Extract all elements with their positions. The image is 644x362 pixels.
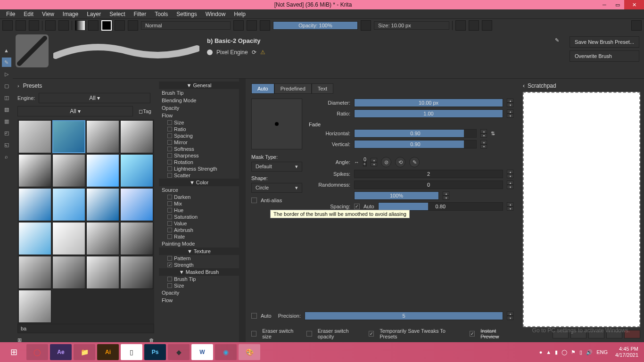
tray-opera-icon[interactable]: ◯ [561,349,567,355]
scratchpad-collapse-icon[interactable]: ‹ [523,82,525,89]
size-slider[interactable]: Size: 10.00 px [374,21,449,30]
tree-item[interactable]: Rate [159,233,239,240]
diameter-slider[interactable]: 10.00 px [354,99,503,107]
tree-item[interactable]: Flow [159,296,239,304]
preset-item[interactable] [18,120,51,153]
link-icon[interactable]: ⇅ [491,131,498,137]
taskbar-ae[interactable]: Ae [50,344,72,360]
tree-item[interactable]: Blending Mode [159,97,239,104]
delete-preset-icon[interactable]: 🗑 [149,337,154,342]
tree-item[interactable]: Pattern [159,255,239,262]
randomness-spinner[interactable]: ▴▾ [507,181,513,189]
taskbar-ps[interactable]: Ps [144,344,166,360]
preset-item[interactable] [52,154,85,187]
menu-filter[interactable]: Filter [130,10,150,18]
opacity-slider[interactable]: Opacity: 100% [273,21,358,30]
precision-spinner[interactable]: ▴▾ [507,312,513,320]
instant-preview-checkbox[interactable] [470,331,475,337]
density-slider[interactable]: 100% [354,191,439,200]
angle-reset-icon[interactable]: ⊘ [381,157,391,167]
overwrite-brush-button[interactable]: Overwrite Brush [570,50,639,62]
tree-item[interactable]: Brush Tip [159,276,239,282]
reload-button[interactable] [260,20,270,31]
scratchpad-gradient-icon[interactable] [588,330,604,338]
start-button[interactable]: ⊞ [3,344,25,360]
menu-image[interactable]: Image [59,10,82,18]
taskbar-explorer[interactable]: 📁 [74,344,95,360]
new-button[interactable] [2,20,13,31]
antialias-checkbox[interactable] [251,197,257,203]
scratchpad-brush-icon[interactable] [553,330,569,338]
workspace-button[interactable] [631,20,642,31]
tab-predefined[interactable]: Predefined [274,83,312,94]
menu-edit[interactable]: Edit [20,10,37,18]
minimize-button[interactable]: ─ [598,0,611,9]
tree-item[interactable]: Saturation [159,214,239,220]
spacing-auto-checkbox[interactable] [354,204,360,209]
tray-flag-icon[interactable]: ⚑ [571,349,576,355]
tree-scrollbar[interactable] [239,79,246,342]
tray-icon[interactable]: ● [539,349,543,355]
tree-item[interactable]: Scatter [159,172,239,179]
preset-item[interactable] [18,188,51,221]
zoom-tool[interactable]: ⌕ [2,152,11,161]
taskbar-ai[interactable]: Ai [97,344,119,360]
taskbar-app-blue[interactable]: ◉ [215,344,237,360]
menu-settings[interactable]: Settings [173,10,200,18]
angle-rand-icon[interactable]: ⟲ [395,157,405,167]
engine-combo[interactable]: All ▾ [39,93,150,103]
diameter-spinner[interactable]: ▴▾ [507,99,513,107]
density-spinner[interactable]: ▴▾ [443,191,449,200]
preset-item[interactable] [18,290,51,323]
spikes-slider[interactable]: 2 [354,170,503,178]
tree-item[interactable]: Hue [159,207,239,214]
vertical-slider[interactable]: 0.90 [354,140,477,148]
tree-item[interactable]: Darken [159,194,239,200]
ratio-slider[interactable]: 1.00 [354,109,503,118]
scratchpad-clear-icon[interactable] [624,330,640,338]
blend-mode-combo[interactable]: Normal [141,21,231,30]
scratchpad-fill-icon[interactable] [570,330,586,338]
randomness-slider[interactable]: 0 [354,181,503,189]
wrap-button[interactable] [482,20,492,31]
tree-item[interactable]: Size [159,282,239,289]
eraser-size-checkbox[interactable] [251,331,256,337]
maximize-button[interactable]: ▭ [611,0,624,9]
brush-button[interactable] [115,20,125,31]
preset-item[interactable] [120,154,153,187]
tree-item[interactable]: Mix [159,200,239,207]
system-tray[interactable]: ● ▲ ▮ ◯ ⚑ ▯ 🔊 ENG 4:45 PM 4/17/2021 [539,346,641,358]
tree-item[interactable]: Size [159,119,239,126]
brush-preset-button[interactable] [128,20,138,31]
crop-tool[interactable]: ▢ [2,81,11,90]
preset-item[interactable] [120,120,153,153]
tree-item[interactable]: Opacity [159,104,239,112]
alpha-lock-button[interactable] [247,20,257,31]
precision-slider[interactable]: 5 [305,312,503,320]
tray-volume-icon[interactable]: 🔊 [586,349,593,355]
measure-tool[interactable]: ▥ [2,116,11,126]
preset-item[interactable] [86,154,119,187]
collapse-icon[interactable]: › [17,83,19,89]
open-button[interactable] [16,20,26,31]
tag-combo[interactable]: All ▾ [17,106,133,116]
brush-tool[interactable]: ✎ [2,58,11,67]
preset-item[interactable] [18,256,51,289]
preset-item[interactable] [86,256,119,289]
mask-type-combo[interactable]: Default▾ [251,162,302,172]
spacing-spinner[interactable]: ▴▾ [507,202,513,211]
pattern-button[interactable] [88,20,99,31]
select-tool-2[interactable]: ◱ [2,140,11,149]
tree-item[interactable]: Spacing [159,132,239,139]
tree-item[interactable]: Softness [159,146,239,152]
undo-button[interactable] [45,20,56,31]
temp-save-checkbox[interactable] [369,331,374,337]
tree-item[interactable]: Flow [159,112,239,119]
preset-item[interactable] [18,222,51,255]
angle-direction-icon[interactable]: ↔ [354,159,359,165]
preset-item[interactable] [120,256,153,289]
scratchpad-canvas[interactable] [523,92,640,327]
tree-item[interactable]: Lightness Strength [159,165,239,172]
menu-window[interactable]: Window [202,10,230,18]
mirror-h-button[interactable] [455,20,466,31]
